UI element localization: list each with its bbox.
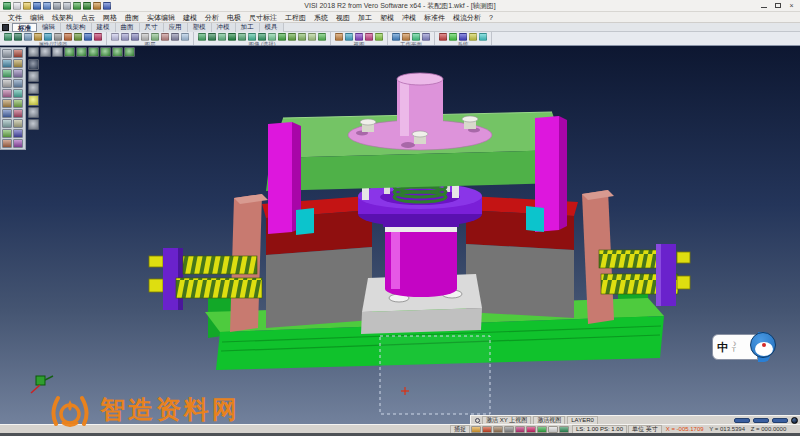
shank-cylinder[interactable]	[397, 73, 443, 136]
ribbon-icon-0[interactable]	[198, 33, 206, 41]
menu-item-18[interactable]: 模流分析	[449, 12, 485, 23]
ribbon-icon-1[interactable]	[208, 33, 216, 41]
spring-retainer-flange[interactable]	[358, 183, 482, 227]
palette-tool-icon-6[interactable]	[2, 79, 12, 88]
snap-icon-1[interactable]	[482, 426, 492, 433]
menu-item-12[interactable]: 系统	[310, 12, 332, 23]
menu-item-13[interactable]: 视图	[332, 12, 354, 23]
ribbon-icon-11[interactable]	[308, 33, 316, 41]
toolbar-tab-4[interactable]: 曲面	[116, 23, 140, 32]
ribbon-icon-3[interactable]	[422, 33, 430, 41]
display-mode-icon-4[interactable]	[28, 107, 39, 118]
color-chip[interactable]	[753, 418, 769, 423]
ribbon-icon-6[interactable]	[258, 33, 266, 41]
palette-tool-icon-2[interactable]	[2, 59, 12, 68]
snap-icon-2[interactable]	[493, 426, 503, 433]
punch-cylinder[interactable]	[385, 216, 457, 297]
menu-item-17[interactable]: 标准件	[420, 12, 449, 23]
palette-tool-icon-3[interactable]	[13, 59, 23, 68]
doraemon-mascot-icon[interactable]	[750, 332, 776, 358]
ribbon-icon-1[interactable]	[121, 33, 129, 41]
menu-item-6[interactable]: 实体编辑	[143, 12, 179, 23]
view-orientation-icon-0[interactable]	[28, 47, 39, 57]
palette-tool-icon-10[interactable]	[2, 99, 12, 108]
menu-item-10[interactable]: 尺寸标注	[245, 12, 281, 23]
toolbar-tab-3[interactable]: 建模	[92, 23, 116, 32]
view-orientation-icon-3[interactable]	[64, 47, 75, 57]
ribbon-icon-6[interactable]	[171, 33, 179, 41]
toolbar-tab-0[interactable]: 标准	[12, 23, 37, 32]
display-mode-icon-3[interactable]	[28, 95, 39, 106]
die-block-right[interactable]	[466, 244, 574, 318]
menu-item-2[interactable]: 线架构	[48, 12, 77, 23]
snap-icon-3[interactable]	[504, 426, 514, 433]
display-mode-icon-5[interactable]	[28, 119, 39, 130]
ribbon-icon-8[interactable]	[84, 33, 92, 41]
view-orientation-icon-1[interactable]	[40, 47, 51, 57]
selection-rectangle[interactable]	[380, 336, 490, 414]
qat-icon-0[interactable]	[3, 2, 11, 10]
ribbon-icon-0[interactable]	[111, 33, 119, 41]
qat-icon-8[interactable]	[83, 2, 91, 10]
ribbon-icon-3[interactable]	[228, 33, 236, 41]
palette-tool-icon-15[interactable]	[13, 119, 23, 128]
view-orientation-icon-2[interactable]	[52, 47, 63, 57]
snap-icon-8[interactable]	[559, 426, 569, 433]
qat-icon-1[interactable]	[13, 2, 21, 10]
ribbon-icon-9[interactable]	[94, 33, 102, 41]
qat-icon-3[interactable]	[33, 2, 41, 10]
palette-tool-icon-19[interactable]	[13, 139, 23, 148]
model-canvas[interactable]	[0, 46, 800, 424]
display-mode-icon-1[interactable]	[28, 71, 39, 82]
toolbar-tab-5[interactable]: 尺寸	[140, 23, 164, 32]
ribbon-icon-1[interactable]	[345, 33, 353, 41]
maximize-button[interactable]	[771, 1, 784, 11]
ribbon-icon-6[interactable]	[64, 33, 72, 41]
palette-tool-icon-1[interactable]	[13, 49, 23, 58]
ribbon-icon-4[interactable]	[238, 33, 246, 41]
ribbon-icon-1[interactable]	[402, 33, 410, 41]
qat-icon-5[interactable]	[53, 2, 61, 10]
ribbon-icon-2[interactable]	[24, 33, 32, 41]
palette-tool-icon-18[interactable]	[2, 139, 12, 148]
menu-item-16[interactable]: 冲模	[398, 12, 420, 23]
ribbon-icon-4[interactable]	[375, 33, 383, 41]
toolbar-tab-6[interactable]: 应用	[164, 23, 188, 32]
ribbon-icon-1[interactable]	[14, 33, 22, 41]
palette-tool-icon-4[interactable]	[2, 69, 12, 78]
snap-icon-6[interactable]	[537, 426, 547, 433]
minimize-button[interactable]	[757, 1, 770, 11]
ribbon-icon-0[interactable]	[4, 33, 12, 41]
color-chip[interactable]	[772, 418, 788, 423]
view-orientation-icon-6[interactable]	[100, 47, 111, 57]
menu-item-9[interactable]: 电极	[223, 12, 245, 23]
palette-tool-icon-14[interactable]	[2, 119, 12, 128]
ribbon-icon-3[interactable]	[141, 33, 149, 41]
ribbon-icon-3[interactable]	[469, 33, 477, 41]
palette-tool-icon-13[interactable]	[13, 109, 23, 118]
toolbar-tab-8[interactable]: 冲模	[212, 23, 236, 32]
ribbon-icon-3[interactable]	[34, 33, 42, 41]
qat-icon-9[interactable]	[93, 2, 101, 10]
view-orientation-icon-5[interactable]	[88, 47, 99, 57]
close-button[interactable]: ×	[785, 1, 798, 11]
snap-icon-7[interactable]	[548, 426, 558, 433]
palette-tool-icon-12[interactable]	[2, 109, 12, 118]
toolbar-tab-2[interactable]: 线架构	[61, 23, 92, 32]
view-orientation-icon-4[interactable]	[76, 47, 87, 57]
ribbon-icon-4[interactable]	[151, 33, 159, 41]
qat-icon-10[interactable]	[103, 2, 111, 10]
snap-icon-0[interactable]	[471, 426, 481, 433]
color-chip[interactable]	[734, 418, 750, 423]
ribbon-icon-0[interactable]	[392, 33, 400, 41]
ribbon-icon-2[interactable]	[355, 33, 363, 41]
qat-icon-2[interactable]	[23, 2, 31, 10]
menu-item-4[interactable]: 网格	[99, 12, 121, 23]
ribbon-icon-5[interactable]	[161, 33, 169, 41]
palette-tool-icon-0[interactable]	[2, 49, 12, 58]
snap-icon-4[interactable]	[515, 426, 525, 433]
ribbon-icon-0[interactable]	[335, 33, 343, 41]
view-sphere-icon[interactable]	[791, 417, 798, 424]
menu-item-0[interactable]: 文件	[4, 12, 26, 23]
qat-icon-6[interactable]	[63, 2, 71, 10]
